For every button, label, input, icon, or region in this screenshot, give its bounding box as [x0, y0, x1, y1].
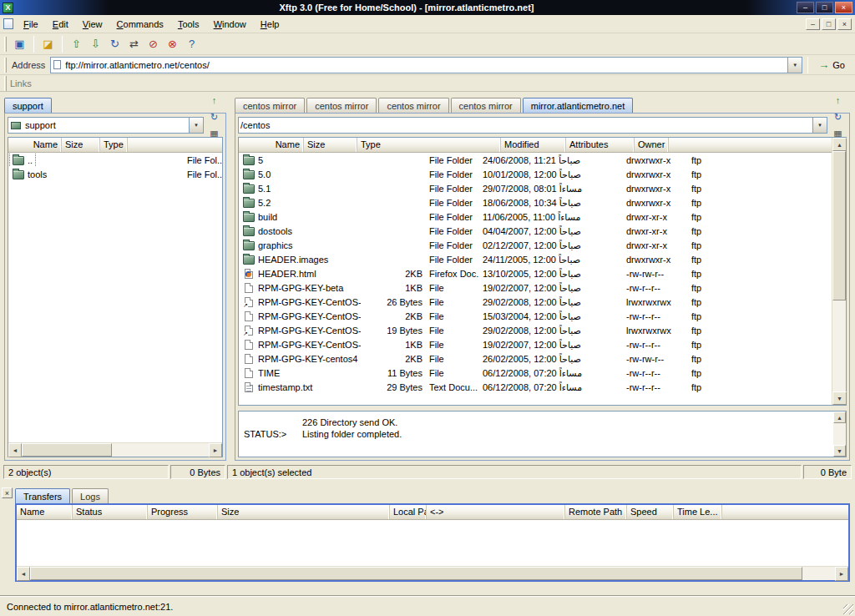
file-row[interactable]: RPM-GPG-KEY-CentOS-3 2KB File 15/03/2004… — [239, 309, 832, 323]
local-path-input[interactable] — [23, 119, 189, 132]
mdi-minimize-button[interactable]: – — [806, 18, 820, 30]
resize-grip[interactable] — [843, 604, 853, 614]
menu-view[interactable]: View — [77, 17, 109, 32]
scroll-left-button[interactable]: ◄ — [8, 443, 22, 457]
open-button[interactable]: ◪ — [38, 35, 58, 53]
toolbar-grip[interactable] — [4, 37, 7, 52]
file-row[interactable]: timestamp.txt 29 Bytes Text Docu... 06/1… — [239, 380, 832, 394]
column-header[interactable]: Size — [304, 138, 357, 152]
file-row[interactable]: 5 File Folder 24/06/2008, 11:21 صباحاً d… — [239, 153, 832, 167]
file-row[interactable]: build File Folder 11/06/2005, 11:00 مساء… — [239, 210, 832, 224]
download-button[interactable]: ⇩ — [86, 35, 105, 53]
tab-centos-mirror-3[interactable]: centos mirror — [378, 98, 448, 113]
refresh-button[interactable]: ↻ — [105, 35, 124, 53]
file-row[interactable]: HEADER.html 2KB Firefox Doc... 13/10/200… — [239, 266, 832, 280]
go-button[interactable]: → Go — [813, 57, 850, 73]
file-row[interactable]: HEADER.images File Folder 24/11/2005, 12… — [239, 252, 832, 266]
disconnect-button[interactable]: ⊗ — [163, 35, 182, 53]
upload-button[interactable]: ⇧ — [67, 35, 86, 53]
column-header[interactable]: Size — [62, 138, 100, 152]
column-header[interactable]: Speed — [627, 505, 674, 519]
column-header[interactable]: Owner — [635, 138, 669, 152]
close-button[interactable]: × — [835, 2, 852, 13]
column-header[interactable]: Status — [73, 505, 148, 519]
refresh-list-button[interactable]: ↻ — [205, 109, 223, 125]
scroll-up-button[interactable]: ▲ — [833, 412, 846, 423]
tab-transfers[interactable]: Transfers — [15, 488, 70, 503]
new-session-button[interactable]: ▣ — [10, 35, 29, 53]
up-directory-button[interactable]: ↑ — [829, 92, 847, 109]
menu-edit[interactable]: Edit — [47, 17, 74, 32]
file-owner: ftp — [688, 168, 756, 181]
transfers-horizontal-scrollbar[interactable]: ◄ ► — [17, 566, 848, 580]
scroll-down-button[interactable]: ▼ — [833, 445, 846, 457]
tab-support[interactable]: support — [4, 98, 52, 113]
address-dropdown-button[interactable]: ▼ — [787, 58, 802, 73]
scroll-right-button[interactable]: ► — [209, 443, 222, 457]
file-row[interactable]: 5.2 File Folder 18/06/2008, 10:34 صباحاً… — [239, 195, 832, 210]
column-header[interactable]: Local Path — [390, 505, 427, 519]
file-row[interactable]: .. File Fol... — [8, 153, 222, 167]
up-directory-button[interactable]: ↑ — [205, 92, 223, 109]
file-row[interactable]: RPM-GPG-KEY-CentOS-5 1KB File 19/02/2007… — [239, 337, 832, 351]
addressbar-grip[interactable] — [4, 58, 7, 73]
local-horizontal-scrollbar[interactable]: ◄ ► — [8, 442, 222, 457]
file-row[interactable]: RPM-GPG-KEY-CentOS-4 19 Bytes File 29/02… — [239, 323, 832, 337]
column-header[interactable]: Modified — [501, 138, 566, 152]
scroll-down-button[interactable]: ▼ — [832, 391, 847, 405]
file-row[interactable]: RPM-GPG-KEY-beta 1KB File 19/02/2007, 12… — [239, 280, 832, 295]
scroll-thumb[interactable] — [22, 443, 112, 457]
status-scrollbar[interactable]: ▲ ▼ — [833, 412, 846, 457]
scroll-up-button[interactable]: ▲ — [832, 138, 847, 151]
remote-vertical-scrollbar[interactable]: ▲ ▼ — [832, 138, 846, 405]
column-header[interactable]: Attributes — [566, 138, 635, 152]
menu-window[interactable]: Window — [208, 17, 252, 32]
column-header[interactable]: Type — [357, 138, 501, 152]
column-header[interactable]: Type — [100, 138, 128, 152]
tab-centos-mirror-4[interactable]: centos mirror — [451, 98, 521, 113]
mdi-restore-button[interactable]: □ — [822, 18, 836, 30]
local-path-dropdown-button[interactable]: ▼ — [189, 118, 203, 133]
file-row[interactable]: 5.1 File Folder 29/07/2008, 08:01 مساءاً… — [239, 181, 832, 195]
help-button[interactable]: ? — [182, 35, 201, 53]
column-header[interactable]: Remote Path — [565, 505, 627, 519]
menu-file[interactable]: File — [18, 17, 44, 32]
file-row[interactable]: 5.0 File Folder 10/01/2008, 12:00 صباحاً… — [239, 167, 832, 181]
mdi-close-button[interactable]: × — [837, 18, 852, 30]
file-row[interactable]: dostools File Folder 04/04/2007, 12:00 ص… — [239, 224, 832, 238]
refresh-list-button[interactable]: ↻ — [829, 109, 847, 125]
file-row[interactable]: graphics File Folder 02/12/2007, 12:00 ص… — [239, 238, 832, 252]
cancel-transfer-button[interactable]: ⊘ — [144, 35, 163, 53]
file-row[interactable]: RPM-GPG-KEY-centos4 2KB File 26/02/2005,… — [239, 351, 832, 366]
remote-path-input[interactable] — [239, 119, 812, 132]
linksbar-grip[interactable] — [4, 76, 7, 91]
close-panel-button[interactable]: × — [2, 487, 13, 498]
column-header[interactable]: Name — [8, 138, 62, 152]
menu-help[interactable]: Help — [255, 17, 286, 32]
column-header[interactable]: Name — [17, 505, 73, 519]
column-header[interactable]: <-> — [427, 505, 565, 519]
menu-commands[interactable]: Commands — [111, 17, 169, 32]
column-header[interactable]: Time Le... — [674, 505, 722, 519]
file-row[interactable]: TIME 11 Bytes File 06/12/2008, 07:20 مسا… — [239, 366, 832, 380]
restore-button[interactable]: □ — [816, 2, 833, 13]
scroll-left-button[interactable]: ◄ — [17, 567, 30, 581]
column-header[interactable]: Name — [239, 138, 304, 152]
minimize-button[interactable]: – — [797, 2, 814, 13]
transfer-button[interactable]: ⇄ — [124, 35, 144, 53]
remote-path-dropdown-button[interactable]: ▼ — [812, 118, 827, 133]
menu-tools[interactable]: Tools — [172, 17, 205, 32]
address-input[interactable] — [63, 58, 787, 72]
scroll-right-button[interactable]: ► — [835, 567, 848, 581]
tab-mirror-atlanticmetro[interactable]: mirror.atlanticmetro.net — [523, 98, 633, 113]
file-row[interactable]: RPM-GPG-KEY-CentOS-2 26 Bytes File 29/02… — [239, 295, 832, 309]
tab-centos-mirror-2[interactable]: centos mirror — [306, 98, 377, 113]
scroll-thumb[interactable] — [832, 151, 846, 300]
column-header[interactable]: Progress — [148, 505, 218, 519]
tab-centos-mirror-1[interactable]: centos mirror — [235, 98, 305, 113]
column-header[interactable]: Size — [218, 505, 390, 519]
session-document-icon[interactable] — [3, 18, 13, 29]
scroll-thumb[interactable] — [30, 567, 802, 580]
tab-logs[interactable]: Logs — [72, 488, 109, 503]
file-row[interactable]: tools File Fol... — [8, 167, 222, 181]
